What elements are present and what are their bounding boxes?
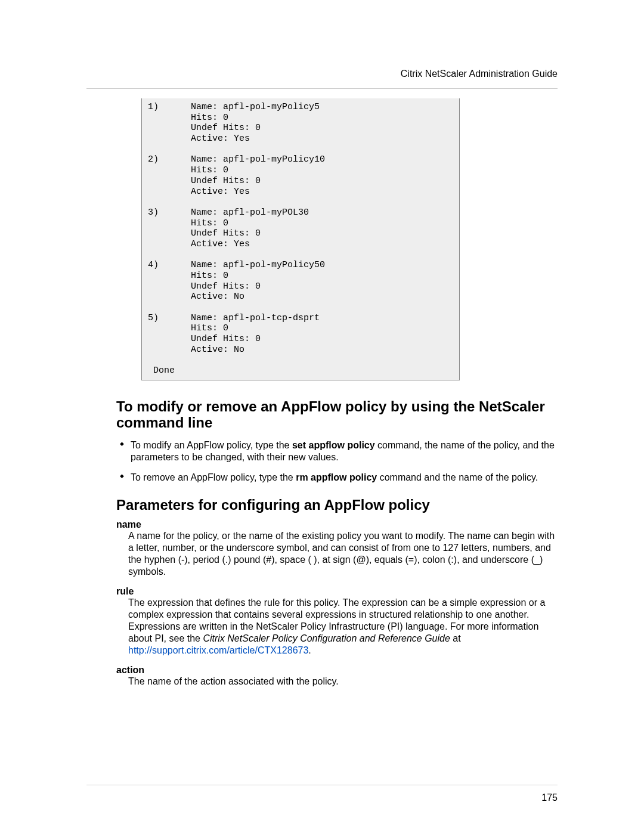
- list-item: To remove an AppFlow policy, type the rm…: [116, 472, 558, 484]
- param-desc: A name for the policy, or the name of th…: [128, 530, 558, 578]
- param-desc: The name of the action associated with t…: [128, 676, 558, 688]
- param-rule: rule The expression that defines the rul…: [116, 586, 558, 657]
- heading-modify-remove: To modify or remove an AppFlow policy by…: [116, 398, 558, 431]
- rule-desc-at: at: [450, 633, 461, 643]
- page-content: 1) Name: apfl-pol-myPolicy5 Hits: 0 Unde…: [116, 98, 558, 688]
- code-output-block: 1) Name: apfl-pol-myPolicy5 Hits: 0 Unde…: [141, 98, 460, 380]
- bullet-text-pre: To modify an AppFlow policy, type the: [131, 440, 292, 450]
- bullet-command: rm appflow policy: [296, 472, 377, 482]
- param-term: action: [116, 665, 558, 676]
- list-item: To modify an AppFlow policy, type the se…: [116, 439, 558, 463]
- bullet-text-pre: To remove an AppFlow policy, type the: [131, 472, 296, 482]
- param-term: name: [116, 519, 558, 530]
- param-action: action The name of the action associated…: [116, 665, 558, 688]
- heading-parameters: Parameters for configuring an AppFlow po…: [116, 497, 558, 513]
- page-number: 175: [541, 792, 558, 803]
- param-name: name A name for the policy, or the name …: [116, 519, 558, 578]
- bullet-command: set appflow policy: [292, 440, 375, 450]
- rule-desc-guide: Citrix NetScaler Policy Configuration an…: [203, 633, 450, 643]
- rule-link[interactable]: http://support.citrix.com/article/CTX128…: [128, 645, 308, 655]
- rule-period: .: [308, 645, 311, 655]
- param-desc: The expression that defines the rule for…: [128, 597, 558, 657]
- header-doc-title: Citrix NetScaler Administration Guide: [401, 69, 558, 79]
- header-rule: [86, 88, 558, 89]
- page: Citrix NetScaler Administration Guide 1)…: [0, 0, 644, 833]
- param-term: rule: [116, 586, 558, 597]
- bullet-text-post: command and the name of the policy.: [377, 472, 538, 482]
- modify-bullet-list: To modify an AppFlow policy, type the se…: [116, 439, 558, 484]
- footer-rule: [86, 785, 558, 785]
